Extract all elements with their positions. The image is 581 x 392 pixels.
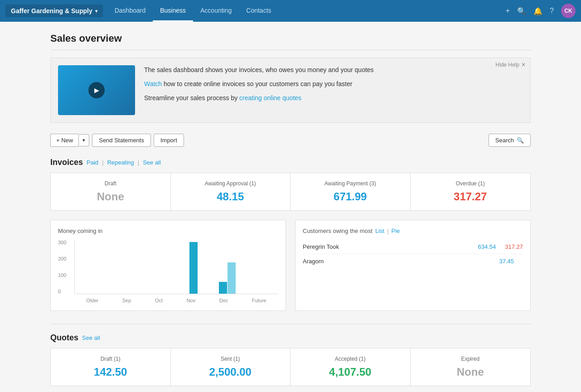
invoices-paid-link[interactable]: Paid <box>87 159 98 166</box>
y-label-100: 100 <box>58 272 72 278</box>
invoices-header: Invoices Paid | Repeating | See all <box>50 158 531 167</box>
bar-dec <box>210 240 244 294</box>
help-thumbnail: ▶ <box>58 65 135 115</box>
charts-area: Money coming in 300 200 100 0 <box>50 220 531 311</box>
help-box: Hide Help ✕ ▶ The sales dashboard shows … <box>50 58 531 123</box>
stat-quote-expired-value: None <box>418 366 523 378</box>
nav-business[interactable]: Business <box>153 0 193 22</box>
brand-button[interactable]: Gaffer Gardening & Supply ▾ <box>5 5 103 17</box>
invoices-repeating-link[interactable]: Repeating <box>107 159 134 166</box>
quotes-title: Quotes <box>50 333 78 343</box>
help-content: ▶ The sales dashboard shows your invoice… <box>58 65 523 115</box>
quotes-seeall-link[interactable]: See all <box>82 334 100 341</box>
customer-name-0: Peregrin Took <box>303 243 478 250</box>
stat-draft-value: None <box>58 190 163 203</box>
help-text-3: Streamline your sales process by creatin… <box>144 93 523 103</box>
stat-overdue-label: Overdue (1) <box>418 180 523 187</box>
search-icon: 🔍 <box>517 137 524 144</box>
brand-name: Gaffer Gardening & Supply <box>11 7 92 15</box>
invoices-stats: Draft None Awaiting Approval (1) 48.15 A… <box>50 173 531 211</box>
customers-title-label: Customers owing the most <box>303 227 373 234</box>
x-label-older: Older <box>86 298 98 303</box>
customer-row-1[interactable]: Aragorn 37.45 <box>303 254 523 268</box>
title-divider <box>50 50 531 50</box>
nav-accounting[interactable]: Accounting <box>193 0 239 22</box>
chart-x-labels: Older Sep Oct Nov Dec Future <box>74 298 278 303</box>
customer-row-0[interactable]: Peregrin Took 634.54 317.27 <box>303 240 523 254</box>
stat-awaiting-approval-label: Awaiting Approval (1) <box>178 180 283 187</box>
sep1: | <box>102 159 103 166</box>
sep2: | <box>138 159 139 166</box>
invoices-seeall-link[interactable]: See all <box>143 159 161 166</box>
customers-list-link[interactable]: List <box>375 227 384 234</box>
new-dropdown-button[interactable]: ▾ <box>78 134 89 146</box>
play-button[interactable]: ▶ <box>88 82 105 98</box>
stat-awaiting-approval-value: 48.15 <box>178 190 283 203</box>
help-icon[interactable]: ? <box>550 7 554 15</box>
user-avatar[interactable]: CK <box>561 4 576 18</box>
stat-awaiting-approval[interactable]: Awaiting Approval (1) 48.15 <box>171 173 291 210</box>
brand-dropdown-icon: ▾ <box>95 9 97 14</box>
chart-title: Money coming in <box>58 227 278 234</box>
stat-awaiting-payment-label: Awaiting Payment (3) <box>298 180 403 187</box>
bar-dec-light <box>228 262 236 294</box>
stat-quote-sent-value: 2,500.00 <box>178 366 283 378</box>
stat-quote-accepted[interactable]: Accepted (1) 4,107.50 <box>290 348 411 386</box>
navigation: Gaffer Gardening & Supply ▾ Dashboard Bu… <box>0 0 581 22</box>
quotes-stats: Draft (1) 142.50 Sent (1) 2,500.00 Accep… <box>50 348 531 386</box>
bar-future <box>244 240 278 294</box>
stat-awaiting-payment-value: 671.99 <box>298 190 403 203</box>
new-button[interactable]: + New <box>50 134 78 147</box>
stat-overdue[interactable]: Overdue (1) 317.27 <box>411 173 531 210</box>
send-statements-button[interactable]: Send Statements <box>92 134 151 147</box>
customers-box: Customers owing the most List | Pie Pere… <box>295 220 531 311</box>
stat-quote-draft[interactable]: Draft (1) 142.50 <box>51 348 171 386</box>
stat-quote-draft-label: Draft (1) <box>58 356 163 362</box>
chart-y-labels: 300 200 100 0 <box>58 240 72 294</box>
stat-quote-expired-label: Expired <box>418 356 523 362</box>
quotes-header: Quotes See all <box>50 333 531 343</box>
customers-pie-link[interactable]: Pie <box>392 227 400 234</box>
stat-quote-sent[interactable]: Sent (1) 2,500.00 <box>171 348 291 386</box>
stat-quote-accepted-value: 4,107.50 <box>298 366 403 378</box>
stat-awaiting-payment[interactable]: Awaiting Payment (3) 671.99 <box>290 173 411 210</box>
customer-owed-1: 37.45 <box>499 258 514 265</box>
close-icon: ✕ <box>521 62 526 68</box>
search-label: Search <box>495 137 514 144</box>
hide-help-button[interactable]: Hide Help ✕ <box>495 62 526 68</box>
main-content: Sales overview Hide Help ✕ ▶ The sales d… <box>41 22 540 392</box>
toolbar: + New ▾ Send Statements Import Search 🔍 <box>50 134 531 147</box>
bell-icon[interactable]: 🔔 <box>533 7 542 15</box>
help-text-block: The sales dashboard shows your invoices,… <box>144 65 523 107</box>
help-text-3-prefix: Streamline your sales process by <box>144 94 239 102</box>
import-button[interactable]: Import <box>154 134 184 147</box>
plus-icon[interactable]: + <box>506 7 510 15</box>
nav-dashboard[interactable]: Dashboard <box>107 0 153 22</box>
x-label-sep: Sep <box>122 298 131 303</box>
y-label-200: 200 <box>58 256 72 261</box>
page-title: Sales overview <box>50 33 531 44</box>
customer-name-1: Aragorn <box>303 258 499 265</box>
watch-link[interactable]: Watch <box>144 80 162 87</box>
quotes-link[interactable]: creating online quotes <box>239 94 301 102</box>
customer-overdue-0: 317.27 <box>505 243 523 250</box>
search-button[interactable]: Search 🔍 <box>489 134 531 147</box>
customers-sep: | <box>387 227 388 234</box>
nav-contacts[interactable]: Contacts <box>239 0 278 22</box>
bar-dec-dark <box>219 282 227 294</box>
stat-quote-expired: Expired None <box>411 348 531 386</box>
x-label-nov: Nov <box>187 298 196 303</box>
stat-quote-sent-label: Sent (1) <box>178 356 283 362</box>
quotes-section: Quotes See all Draft (1) 142.50 Sent (1)… <box>50 333 531 386</box>
x-label-oct: Oct <box>155 298 163 303</box>
bar-nov <box>176 240 210 294</box>
bar-sep <box>109 240 143 294</box>
stat-draft-label: Draft <box>58 180 163 187</box>
nav-links: Dashboard Business Accounting Contacts <box>107 0 279 22</box>
help-text-2-suffix: how to create online invoices so your cu… <box>164 80 352 87</box>
search-icon[interactable]: 🔍 <box>517 7 526 15</box>
stat-draft: Draft None <box>51 173 171 210</box>
y-label-300: 300 <box>58 240 72 245</box>
stat-overdue-value: 317.27 <box>418 190 523 203</box>
customers-title: Customers owing the most List | Pie <box>303 227 523 234</box>
